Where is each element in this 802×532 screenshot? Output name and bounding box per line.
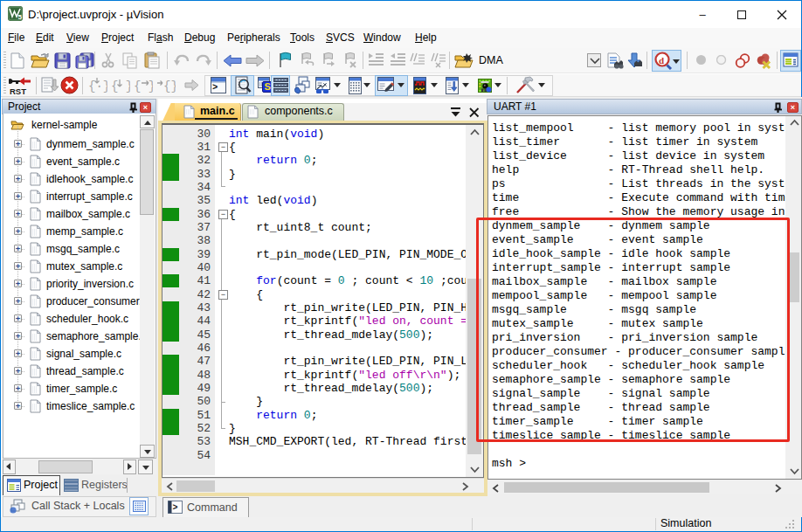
svg-text:d: d xyxy=(659,55,664,66)
svg-text:{ }: { } xyxy=(134,79,153,93)
svg-text:>: > xyxy=(173,503,178,513)
svg-text:S: S xyxy=(265,81,271,92)
svg-text:RST: RST xyxy=(10,86,26,95)
svg-text:5: 5 xyxy=(18,13,23,21)
svg-text:{}: {} xyxy=(163,79,176,93)
svg-text:{ }: { } xyxy=(111,79,130,93)
svg-text:>: > xyxy=(212,82,218,93)
